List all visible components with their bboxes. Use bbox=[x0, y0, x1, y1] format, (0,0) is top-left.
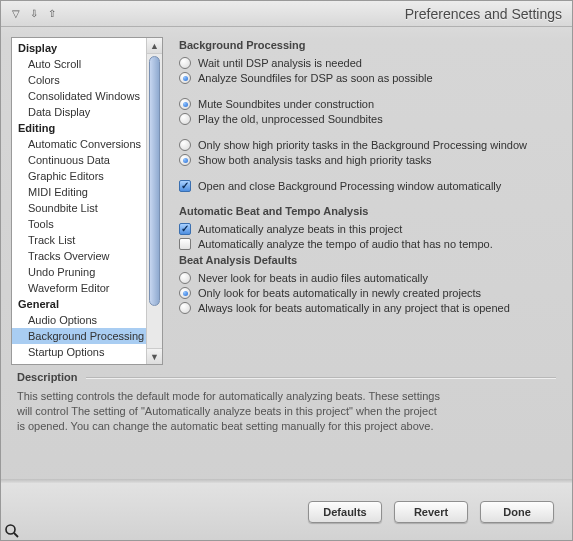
sidebar-item-midi-editing[interactable]: MIDI Editing bbox=[12, 184, 146, 200]
sidebar-item-tracks-overview[interactable]: Tracks Overview bbox=[12, 248, 146, 264]
radio-label: Always look for beats automatically in a… bbox=[198, 302, 510, 314]
sidebar-item-colors[interactable]: Colors bbox=[12, 72, 146, 88]
radio-label: Mute Soundbites under construction bbox=[198, 98, 374, 110]
window-title: Preferences and Settings bbox=[405, 6, 562, 22]
sidebar-item-data-display[interactable]: Data Display bbox=[12, 104, 146, 120]
checkbox-icon[interactable] bbox=[179, 223, 191, 235]
sidebar-category-general[interactable]: General bbox=[12, 296, 146, 312]
radio-icon[interactable] bbox=[179, 72, 191, 84]
radio-icon[interactable] bbox=[179, 287, 191, 299]
radio-label: Wait until DSP analysis is needed bbox=[198, 57, 362, 69]
sidebar-category-editing[interactable]: Editing bbox=[12, 120, 146, 136]
section-auto-beat-tempo-title: Automatic Beat and Tempo Analysis bbox=[179, 205, 556, 217]
preferences-window: ▽ ⇩ ⇧ Preferences and Settings Display A… bbox=[0, 0, 573, 541]
radio-label: Never look for beats in audio files auto… bbox=[198, 272, 428, 284]
description-heading: Description bbox=[17, 371, 78, 383]
sidebar-item-waveform-editor[interactable]: Waveform Editor bbox=[12, 280, 146, 296]
radio-label: Analyze Soundfiles for DSP as soon as po… bbox=[198, 72, 433, 84]
footer: Defaults Revert Done bbox=[1, 482, 572, 540]
description-area: Description This setting controls the de… bbox=[17, 371, 556, 434]
sidebar-scrollbar[interactable]: ▲ ▼ bbox=[146, 38, 162, 364]
radio-icon[interactable] bbox=[179, 272, 191, 284]
sidebar-category-display[interactable]: Display bbox=[12, 40, 146, 56]
sidebar-item-tools[interactable]: Tools bbox=[12, 216, 146, 232]
footer-divider bbox=[1, 479, 572, 483]
svg-line-1 bbox=[14, 533, 18, 537]
checkbox-label: Automatically analyze beats in this proj… bbox=[198, 223, 402, 235]
check-auto-analyze-tempo[interactable]: Automatically analyze the tempo of audio… bbox=[179, 238, 556, 250]
radio-mute-soundbites[interactable]: Mute Soundbites under construction bbox=[179, 98, 556, 110]
revert-button[interactable]: Revert bbox=[394, 501, 468, 523]
radio-both-tasks[interactable]: Show both analysis tasks and high priori… bbox=[179, 154, 556, 166]
sidebar-item-soundbite-list[interactable]: Soundbite List bbox=[12, 200, 146, 216]
description-text: This setting controls the default mode f… bbox=[17, 389, 447, 434]
radio-icon[interactable] bbox=[179, 98, 191, 110]
sidebar-item-consolidated-windows[interactable]: Consolidated Windows bbox=[12, 88, 146, 104]
radio-icon[interactable] bbox=[179, 302, 191, 314]
radio-icon[interactable] bbox=[179, 113, 191, 125]
up-arrow-icon[interactable]: ⇧ bbox=[45, 7, 59, 21]
magnify-icon[interactable] bbox=[4, 523, 20, 539]
body: Display Auto Scroll Colors Consolidated … bbox=[1, 27, 572, 365]
radio-wait-dsp[interactable]: Wait until DSP analysis is needed bbox=[179, 57, 556, 69]
sidebar-item-track-list[interactable]: Track List bbox=[12, 232, 146, 248]
radio-label: Show both analysis tasks and high priori… bbox=[198, 154, 432, 166]
checkbox-icon[interactable] bbox=[179, 238, 191, 250]
content-pane: Background Processing Wait until DSP ana… bbox=[173, 37, 562, 365]
checkbox-icon[interactable] bbox=[179, 180, 191, 192]
check-auto-analyze-beats[interactable]: Automatically analyze beats in this proj… bbox=[179, 223, 556, 235]
sidebar-list: Display Auto Scroll Colors Consolidated … bbox=[12, 38, 146, 364]
menu-triangle-icon[interactable]: ▽ bbox=[9, 7, 23, 21]
radio-never-look[interactable]: Never look for beats in audio files auto… bbox=[179, 272, 556, 284]
svg-point-0 bbox=[6, 525, 15, 534]
radio-icon[interactable] bbox=[179, 139, 191, 151]
radio-icon[interactable] bbox=[179, 154, 191, 166]
scroll-up-icon[interactable]: ▲ bbox=[147, 38, 162, 54]
radio-only-high-priority[interactable]: Only show high priority tasks in the Bac… bbox=[179, 139, 556, 151]
check-open-close-window[interactable]: Open and close Background Processing win… bbox=[179, 180, 556, 192]
radio-play-old[interactable]: Play the old, unprocessed Soundbites bbox=[179, 113, 556, 125]
sidebar-item-background-processing[interactable]: Background Processing bbox=[12, 328, 146, 344]
radio-only-new-projects[interactable]: Only look for beats automatically in new… bbox=[179, 287, 556, 299]
sidebar: Display Auto Scroll Colors Consolidated … bbox=[11, 37, 163, 365]
radio-always-look[interactable]: Always look for beats automatically in a… bbox=[179, 302, 556, 314]
sidebar-item-graphic-editors[interactable]: Graphic Editors bbox=[12, 168, 146, 184]
titlebar: ▽ ⇩ ⇧ Preferences and Settings bbox=[1, 1, 572, 27]
sidebar-item-continuous-data[interactable]: Continuous Data bbox=[12, 152, 146, 168]
sidebar-item-automatic-conversions[interactable]: Automatic Conversions bbox=[12, 136, 146, 152]
scroll-thumb[interactable] bbox=[149, 56, 160, 306]
radio-label: Only show high priority tasks in the Bac… bbox=[198, 139, 527, 151]
radio-icon[interactable] bbox=[179, 57, 191, 69]
section-beat-defaults-title: Beat Analysis Defaults bbox=[179, 254, 556, 266]
sidebar-item-audio-options[interactable]: Audio Options bbox=[12, 312, 146, 328]
titlebar-icons: ▽ ⇩ ⇧ bbox=[9, 7, 59, 21]
divider bbox=[86, 377, 556, 378]
sidebar-item-startup-options[interactable]: Startup Options bbox=[12, 344, 146, 360]
radio-label: Only look for beats automatically in new… bbox=[198, 287, 481, 299]
sidebar-category-play-and-record[interactable]: Play And Record bbox=[12, 360, 146, 364]
section-background-processing-title: Background Processing bbox=[179, 39, 556, 51]
checkbox-label: Open and close Background Processing win… bbox=[198, 180, 501, 192]
sidebar-item-auto-scroll[interactable]: Auto Scroll bbox=[12, 56, 146, 72]
down-arrow-icon[interactable]: ⇩ bbox=[27, 7, 41, 21]
scroll-down-icon[interactable]: ▼ bbox=[147, 348, 162, 364]
radio-analyze-asap[interactable]: Analyze Soundfiles for DSP as soon as po… bbox=[179, 72, 556, 84]
checkbox-label: Automatically analyze the tempo of audio… bbox=[198, 238, 493, 250]
sidebar-item-undo-pruning[interactable]: Undo Pruning bbox=[12, 264, 146, 280]
defaults-button[interactable]: Defaults bbox=[308, 501, 382, 523]
done-button[interactable]: Done bbox=[480, 501, 554, 523]
radio-label: Play the old, unprocessed Soundbites bbox=[198, 113, 383, 125]
